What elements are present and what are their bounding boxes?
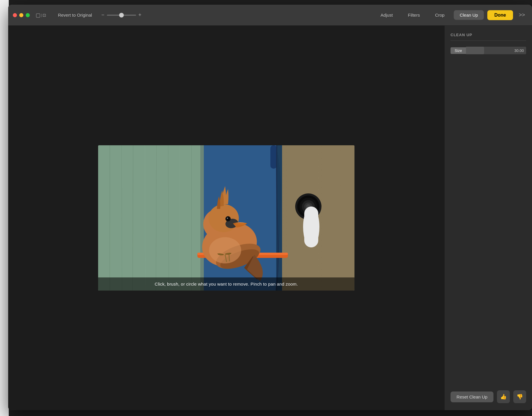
instruction-text: Click, brush, or circle what you want to… <box>155 282 298 286</box>
revert-to-original-button[interactable]: Revert to Original <box>54 11 95 19</box>
zoom-slider[interactable] <box>107 15 136 16</box>
panel-divider <box>451 41 526 41</box>
svg-point-40 <box>227 218 228 219</box>
right-panel: CLEAN UP Size 30.00 Reset Clean Up 👍 👎 <box>444 26 532 410</box>
cleanup-button[interactable]: Clean Up <box>454 10 484 20</box>
svg-point-36 <box>208 204 239 232</box>
svg-line-44 <box>229 254 230 261</box>
instruction-overlay: Click, brush, or circle what you want to… <box>98 277 354 291</box>
traffic-lights <box>13 13 30 17</box>
size-label: Size <box>451 47 466 54</box>
zoom-plus-icon: + <box>138 12 142 18</box>
main-window: ▢ | ⊡ Revert to Original − + Adjust Filt… <box>8 5 532 410</box>
thumbs-down-button[interactable]: 👎 <box>513 390 526 403</box>
filters-button[interactable]: Filters <box>402 10 426 20</box>
svg-point-39 <box>226 217 230 221</box>
maximize-button[interactable] <box>26 13 30 17</box>
done-button[interactable]: Done <box>487 10 513 20</box>
thumbs-down-icon: 👎 <box>517 394 523 400</box>
split-view-icon: ⊡ <box>43 13 46 18</box>
close-button[interactable] <box>13 13 17 17</box>
svg-line-41 <box>233 223 247 224</box>
size-bar[interactable]: 30.00 <box>466 47 526 54</box>
thumbs-up-icon: 👍 <box>500 394 507 400</box>
panel-bottom: Reset Clean Up 👍 👎 <box>451 390 526 403</box>
more-options-button[interactable]: >> <box>517 11 527 19</box>
single-view-icon: ▢ <box>36 12 41 18</box>
photo-container[interactable]: Click, brush, or circle what you want to… <box>98 145 354 291</box>
size-bar-fill <box>466 47 484 54</box>
panel-title: CLEAN UP <box>451 33 526 37</box>
size-value: 30.00 <box>514 48 524 53</box>
photo-image <box>98 145 354 291</box>
adjust-button[interactable]: Adjust <box>375 10 399 20</box>
toolbar: ▢ | ⊡ Revert to Original − + Adjust Filt… <box>8 5 532 26</box>
window-view-toggle[interactable]: ▢ | ⊡ <box>36 12 46 18</box>
svg-rect-10 <box>200 145 204 291</box>
svg-point-42 <box>209 237 241 263</box>
svg-rect-29 <box>304 207 318 247</box>
svg-rect-20 <box>270 145 277 169</box>
minimize-button[interactable] <box>19 13 23 17</box>
reset-cleanup-button[interactable]: Reset Clean Up <box>451 391 493 402</box>
svg-rect-1 <box>98 145 202 291</box>
zoom-slider-container: − + <box>101 12 141 18</box>
thumbs-up-button[interactable]: 👍 <box>497 390 510 403</box>
crop-button[interactable]: Crop <box>429 10 451 20</box>
size-row: Size 30.00 <box>451 47 526 54</box>
zoom-minus-icon: − <box>101 12 105 18</box>
canvas-area: Click, brush, or circle what you want to… <box>8 26 444 410</box>
content-area: Click, brush, or circle what you want to… <box>8 26 532 410</box>
